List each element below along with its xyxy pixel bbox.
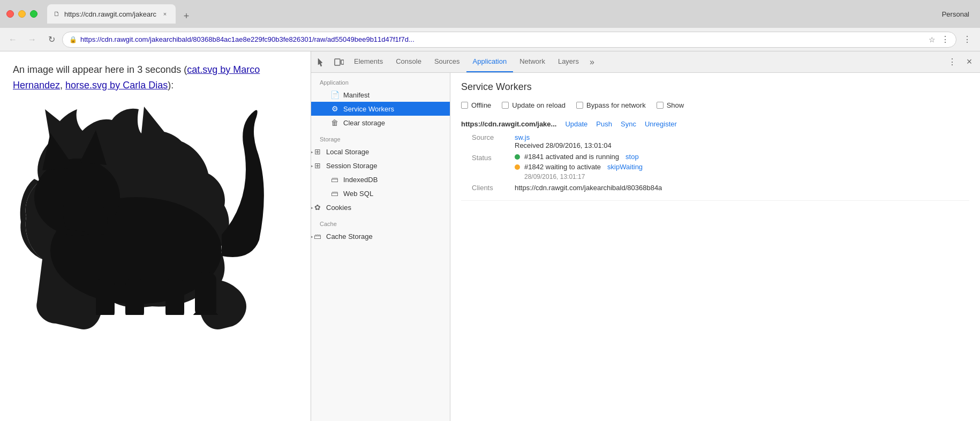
devtools-body: Application 📄 Manifest ⚙ Service Workers… [311, 73, 980, 421]
device-toggle-button[interactable] [330, 54, 348, 71]
tab-page-icon: 🗋 [54, 10, 60, 18]
page-text-suffix: ): [168, 80, 174, 91]
page-text-prefix: An image will appear here in 3 seconds ( [13, 64, 187, 75]
show-checkbox-box[interactable] [657, 102, 664, 109]
status-dot-orange [515, 164, 520, 170]
svg-rect-13 [341, 60, 344, 64]
sidebar-item-service-workers[interactable]: ⚙ Service Workers [311, 102, 450, 116]
clients-label: Clients [472, 184, 515, 192]
address-bar[interactable]: 🔒 https://cdn.rawgit.com/jakearchibald/8… [62, 32, 956, 48]
bypass-for-network-checkbox[interactable]: Bypass for network [576, 101, 646, 109]
tab-elements[interactable]: Elements [348, 51, 389, 72]
update-on-reload-checkbox-box[interactable] [502, 102, 509, 109]
status-dot-green [515, 154, 520, 160]
update-on-reload-checkbox[interactable]: Update on reload [502, 101, 566, 109]
sidebar-item-clear-storage[interactable]: 🗑 Clear storage [311, 116, 450, 130]
sidebar-item-local-storage[interactable]: ▶ ⊞ Local Storage [311, 145, 450, 159]
web-sql-icon: 🗃 [330, 189, 339, 198]
devtools-tabs: Elements Console Sources Application Net… [348, 51, 944, 72]
devtools-close-button[interactable]: × [961, 54, 978, 71]
inspect-element-button[interactable] [313, 54, 330, 71]
browser-tab[interactable]: 🗋 https://cdn.rawgit.com/jakearc × [47, 4, 176, 24]
new-tab-button[interactable]: + [179, 9, 194, 24]
offline-checkbox-box[interactable] [461, 102, 468, 109]
cookies-icon: ✿ [313, 203, 322, 212]
forward-button[interactable]: → [24, 31, 41, 48]
sw-url-text: https://cdn.rawgit.com/jake... [461, 120, 556, 128]
chrome-menu-button[interactable]: ⋮ [959, 31, 976, 48]
tab-application[interactable]: Application [466, 51, 514, 72]
horse-svg-link[interactable]: horse.svg by Carla Dias [65, 80, 168, 91]
update-on-reload-label: Update on reload [512, 101, 566, 109]
sidebar-item-cookies[interactable]: ▶ ✿ Cookies [311, 200, 450, 214]
service-worker-entry: https://cdn.rawgit.com/jake... Update Pu… [461, 120, 969, 201]
clear-storage-icon: 🗑 [330, 118, 339, 127]
bypass-for-network-label: Bypass for network [586, 101, 646, 109]
svg-rect-4 [96, 277, 115, 315]
sidebar-item-manifest-label: Manifest [343, 91, 441, 99]
status-2-date: 28/09/2016, 13:01:17 [515, 173, 643, 181]
sidebar-item-indexeddb[interactable]: 🗃 IndexedDB [311, 172, 450, 186]
main-content: An image will appear here in 3 seconds (… [0, 51, 980, 421]
sidebar-cache-header: Cache [311, 214, 450, 229]
tab-network[interactable]: Network [513, 51, 552, 72]
secure-icon: 🔒 [69, 36, 77, 43]
tab-close-button[interactable]: × [161, 10, 169, 18]
address-more-icon[interactable]: ⋮ [941, 34, 949, 44]
sidebar-item-cache-storage-label: Cache Storage [326, 232, 441, 240]
maximize-traffic-light[interactable] [30, 10, 37, 18]
svg-rect-6 [165, 277, 184, 315]
bypass-for-network-checkbox-box[interactable] [576, 102, 583, 109]
status-label: Status [472, 154, 515, 162]
stop-link[interactable]: stop [625, 153, 639, 161]
sidebar-item-manifest[interactable]: 📄 Manifest [311, 88, 450, 102]
service-workers-icon: ⚙ [330, 104, 339, 113]
sw-received-text: Received 28/09/2016, 13:01:04 [515, 141, 612, 149]
source-label: Source [472, 133, 515, 149]
manifest-icon: 📄 [330, 91, 339, 99]
tab-sources[interactable]: Sources [428, 51, 466, 72]
skip-waiting-link[interactable]: skipWaiting [607, 163, 643, 171]
status-2-text: #1842 waiting to activate [524, 163, 601, 171]
offline-checkbox[interactable]: Offline [461, 101, 491, 109]
svg-rect-7 [195, 272, 216, 315]
sw-source-file-link[interactable]: sw.js [515, 133, 530, 141]
sw-sync-link[interactable]: Sync [621, 120, 636, 128]
sidebar-item-web-sql[interactable]: 🗃 Web SQL [311, 186, 450, 200]
sw-clients-row: Clients https://cdn.rawgit.com/jakearchi… [461, 184, 969, 192]
sidebar-item-clear-storage-label: Clear storage [343, 119, 441, 127]
page-text-comma: , [60, 80, 65, 91]
url-text: https://cdn.rawgit.com/jakearchibald/803… [80, 35, 925, 43]
show-checkbox[interactable]: Show [657, 101, 684, 109]
sidebar-item-session-storage[interactable]: ▶ ⊞ Session Storage [311, 159, 450, 172]
devtools-more-tabs-button[interactable]: » [585, 51, 599, 72]
devtools-main-panel: Service Workers Offline Update on reload [450, 73, 980, 421]
sidebar-item-session-storage-label: Session Storage [326, 162, 441, 170]
cache-storage-icon: 🗃 [313, 232, 322, 240]
sidebar-item-cache-storage[interactable]: ▶ 🗃 Cache Storage [311, 229, 450, 243]
minimize-traffic-light[interactable] [18, 10, 26, 18]
devtools-right-buttons: ⋮ × [944, 54, 978, 71]
cat-image [13, 99, 298, 315]
status-entry-1: #1841 activated and is running stop [515, 153, 643, 161]
close-traffic-light[interactable] [6, 10, 14, 18]
devtools-sidebar: Application 📄 Manifest ⚙ Service Workers… [311, 73, 450, 421]
sidebar-item-cookies-label: Cookies [326, 204, 441, 212]
show-label: Show [667, 101, 684, 109]
tab-console[interactable]: Console [389, 51, 428, 72]
bookmark-star-icon[interactable]: ☆ [929, 35, 936, 44]
devtools-settings-button[interactable]: ⋮ [944, 54, 961, 71]
sw-unregister-link[interactable]: Unregister [645, 120, 677, 128]
page-area: An image will appear here in 3 seconds (… [0, 51, 311, 421]
sw-push-link[interactable]: Push [596, 120, 612, 128]
devtools-toolbar: Elements Console Sources Application Net… [311, 51, 980, 73]
reload-button[interactable]: ↻ [43, 31, 60, 48]
sw-update-link[interactable]: Update [565, 120, 587, 128]
sidebar-item-indexeddb-label: IndexedDB [343, 176, 441, 184]
back-button[interactable]: ← [4, 31, 21, 48]
sw-source-value: sw.js Received 28/09/2016, 13:01:04 [515, 133, 612, 149]
tab-layers[interactable]: Layers [552, 51, 585, 72]
sidebar-item-service-workers-label: Service Workers [343, 105, 441, 113]
sw-url-row: https://cdn.rawgit.com/jake... Update Pu… [461, 120, 969, 128]
tab-bar: 🗋 https://cdn.rawgit.com/jakearc × + [47, 4, 938, 24]
